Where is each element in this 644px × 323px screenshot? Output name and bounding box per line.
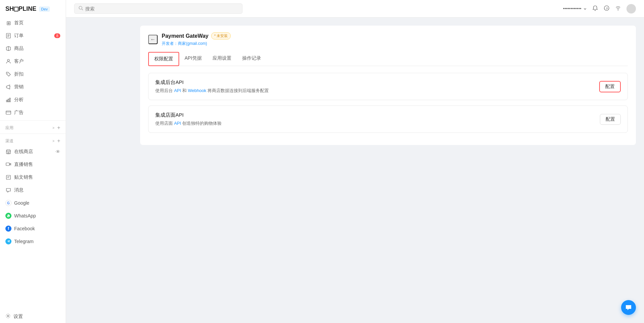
user-account[interactable]: ••••••••••••	[563, 6, 587, 11]
topbar-right: ••••••••••••	[563, 4, 636, 13]
apps-arrow: >	[53, 126, 55, 130]
nav-post-sales[interactable]: 贴文销售	[0, 171, 66, 184]
products-icon	[5, 46, 11, 52]
backend-desc-text1: 使用后台	[155, 88, 174, 93]
frontend-api-desc: 使用店面 API 创造独特的购物体验	[155, 120, 222, 126]
nav-analytics[interactable]: 分析	[0, 93, 66, 106]
nav-home-label: 首页	[14, 20, 24, 26]
main-content: ← Payment GateWay * 未安装 开发者：商家(gmail.com…	[132, 18, 644, 323]
backend-desc-link1: API	[174, 88, 181, 93]
nav-orders-label: 订单	[14, 33, 24, 39]
svg-point-22	[604, 6, 609, 10]
nav-analytics-label: 分析	[14, 97, 24, 103]
back-button[interactable]: ←	[148, 35, 158, 44]
backend-desc-link2: Webhook	[188, 88, 206, 93]
tab-operation-log[interactable]: 操作记录	[237, 52, 266, 66]
nav-telegram-label: Telegram	[14, 239, 34, 244]
nav-google[interactable]: G Google	[0, 197, 66, 209]
svg-line-21	[82, 9, 83, 10]
user-name: ••••••••••••	[563, 6, 581, 11]
svg-rect-8	[6, 100, 7, 102]
nav-whatsapp[interactable]: WhatsApp	[0, 209, 66, 222]
nav-marketing[interactable]: 营销	[0, 81, 66, 93]
online-store-icon	[5, 149, 11, 155]
backend-api-content: 集成后台API 使用后台 API 和 Webhook 将商店数据连接到后端服务配…	[155, 79, 269, 94]
search-icon	[78, 6, 83, 11]
tabs: 权限配置 API凭据 应用设置 操作记录	[148, 52, 628, 66]
section-apps[interactable]: 应用 > +	[0, 122, 66, 132]
nav-online-store[interactable]: 在线商店 👁	[0, 145, 66, 158]
backend-api-title: 集成后台API	[155, 79, 269, 86]
svg-rect-9	[8, 99, 9, 102]
section-apps-label: 应用	[5, 125, 13, 131]
chevron-down-icon	[583, 6, 587, 11]
sidebar: SHPLINE Dev ⊞ 首页 订单 8 商品 客户 折扣 营销	[0, 0, 66, 323]
frontend-api-title: 集成店面API	[155, 112, 222, 118]
logo-text: SHPLINE	[5, 5, 36, 12]
chat-fab[interactable]	[621, 300, 636, 315]
avatar[interactable]	[626, 4, 636, 13]
channels-add-btn[interactable]: +	[57, 138, 60, 144]
ads-icon	[5, 110, 11, 116]
status-badge: * 未安装	[211, 32, 231, 39]
bell-icon[interactable]	[592, 5, 598, 12]
frontend-api-card: 集成店面API 使用店面 API 创造独特的购物体验 配置	[148, 106, 628, 133]
tab-app-settings[interactable]: 应用设置	[207, 52, 237, 66]
nav-online-store-label: 在线商店	[14, 149, 33, 155]
nav-orders[interactable]: 订单 8	[0, 29, 66, 42]
nav-messages-label: 消息	[14, 187, 24, 193]
apps-add-btn[interactable]: +	[57, 125, 60, 131]
facebook-icon: f	[5, 226, 11, 232]
frontend-config-button[interactable]: 配置	[600, 114, 621, 125]
frontend-desc-text1: 使用店面	[155, 121, 174, 126]
search-box[interactable]	[74, 3, 243, 14]
nav-home[interactable]: ⊞ 首页	[0, 17, 66, 29]
live-sales-icon	[5, 162, 11, 168]
nav-messages[interactable]: 消息	[0, 184, 66, 197]
section-channels-label: 渠道	[5, 138, 13, 144]
nav-marketing-label: 营销	[14, 84, 24, 90]
eye-icon[interactable]: 👁	[56, 149, 60, 154]
wifi-icon	[615, 5, 621, 12]
nav-discounts-label: 折扣	[14, 71, 24, 77]
nav-telegram[interactable]: Telegram	[0, 235, 66, 248]
nav-ads[interactable]: 广告	[0, 106, 66, 119]
nav-customers-label: 客户	[14, 58, 24, 64]
logo-area: SHPLINE Dev	[0, 0, 66, 17]
developer-label: 开发者：商家(	[162, 41, 187, 46]
nav-settings-label: 设置	[13, 314, 23, 320]
backend-desc-text3: 将商店数据连接到后端服务配置	[206, 88, 269, 93]
svg-rect-11	[6, 111, 11, 114]
help-icon[interactable]	[604, 5, 610, 12]
svg-rect-10	[9, 98, 10, 102]
nav-products[interactable]: 商品	[0, 42, 66, 55]
frontend-desc-text2: 创造独特的购物体验	[181, 121, 222, 126]
nav-ads-label: 广告	[14, 110, 24, 116]
svg-rect-14	[8, 152, 9, 154]
nav-customers[interactable]: 客户	[0, 55, 66, 68]
nav-live-sales[interactable]: 直播销售	[0, 158, 66, 171]
messages-icon	[5, 187, 11, 193]
nav-discounts[interactable]: 折扣	[0, 68, 66, 81]
nav-facebook-label: Facebook	[14, 226, 35, 231]
backend-config-button[interactable]: 配置	[599, 81, 621, 92]
backend-api-card: 集成后台API 使用后台 API 和 Webhook 将商店数据连接到后端服务配…	[148, 73, 628, 100]
analytics-icon	[5, 97, 11, 103]
app-panel: ← Payment GateWay * 未安装 开发者：商家(gmail.com…	[140, 26, 636, 145]
marketing-icon	[5, 84, 11, 90]
app-header: ← Payment GateWay * 未安装 开发者：商家(gmail.com…	[148, 32, 628, 47]
frontend-desc-link1: API	[174, 121, 181, 126]
backend-api-desc: 使用后台 API 和 Webhook 将商店数据连接到后端服务配置	[155, 88, 269, 94]
nav-facebook[interactable]: f Facebook	[0, 222, 66, 235]
google-icon: G	[5, 200, 11, 206]
divider-1	[0, 120, 66, 121]
nav-settings[interactable]: 设置	[0, 310, 66, 323]
search-input[interactable]	[85, 6, 238, 11]
divider-2	[0, 134, 66, 134]
nav-products-label: 商品	[14, 46, 24, 52]
orders-badge: 8	[54, 33, 60, 38]
tab-permissions[interactable]: 权限配置	[148, 52, 179, 66]
tab-api-credentials[interactable]: API凭据	[179, 52, 207, 66]
app-title: Payment GateWay	[162, 33, 208, 39]
section-channels[interactable]: 渠道 > +	[0, 135, 66, 145]
